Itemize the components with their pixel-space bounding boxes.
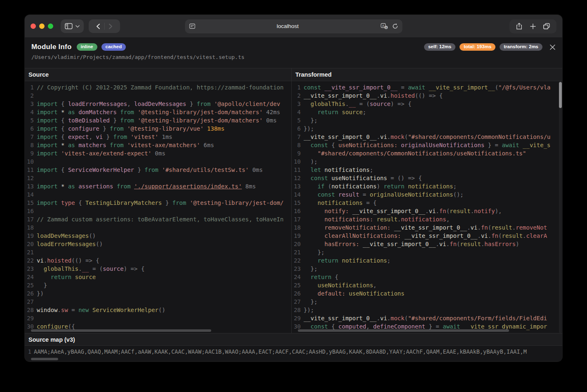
line-number: 3 — [25, 100, 34, 108]
line-number: 2 — [292, 92, 301, 100]
chevron-down-icon — [75, 25, 80, 28]
code-line: 21 }; — [292, 248, 562, 256]
line-number: 1 — [292, 83, 301, 92]
line-number: 15 — [292, 199, 301, 207]
code-line: 1const __vite_ssr_import_0__ = await __v… — [292, 83, 562, 92]
timing-badges: self: 12mstotal: 193mstransform: 2ms — [419, 43, 556, 51]
line-number: 9 — [292, 149, 301, 157]
transformed-panel: Transformed 1const __vite_ssr_import_0__… — [291, 68, 562, 333]
module-info-header: Module Info inlinecached self: 12mstotal… — [25, 38, 562, 68]
minimize-window-button[interactable] — [39, 23, 45, 29]
line-number: 24 — [292, 273, 301, 281]
new-tab-button[interactable] — [529, 23, 537, 30]
back-button[interactable] — [95, 23, 101, 30]
line-number: 14 — [292, 190, 301, 199]
code-line: 17// Zammad custom assertions: toBeAvata… — [25, 215, 291, 223]
line-number: 27 — [25, 298, 34, 306]
source-horizontal-scrollbar[interactable] — [31, 329, 211, 332]
reader-icon[interactable] — [189, 23, 195, 29]
code-panels: Source 1// Copyright (C) 2012-2025 Zamma… — [25, 68, 562, 333]
line-number: 24 — [25, 273, 34, 281]
line-number: 4 — [25, 108, 34, 116]
line-number: 8 — [25, 141, 34, 149]
code-line: 1// Copyright (C) 2012-2025 Zammad Found… — [25, 83, 291, 92]
code-line: 18 — [25, 223, 291, 232]
sourcemap-horizontal-scrollbar[interactable] — [31, 358, 58, 360]
code-line: 19 clearAllNotifications: __vite_ssr_imp… — [292, 232, 562, 240]
code-line: 24 return { — [292, 273, 562, 281]
line-number: 19 — [25, 232, 34, 240]
line-number: 19 — [292, 232, 301, 240]
svg-text:A: A — [382, 24, 384, 28]
nav-divider — [104, 23, 105, 30]
sidebar-icon — [65, 23, 73, 29]
transformed-horizontal-scrollbar[interactable] — [298, 329, 509, 332]
code-line: 11 let notifications; — [292, 166, 562, 174]
code-line: 8 const { useNotifications: originalUseN… — [292, 141, 562, 149]
code-line: 29__vite_ssr_import_0__.vi.mock("#shared… — [292, 314, 562, 322]
code-line: 16 notify: __vite_ssr_import_0__.vi.fn(r… — [292, 207, 562, 215]
code-line: 6import { configure } from '@testing-lib… — [25, 124, 291, 133]
code-line: 19loadDevMessages() — [25, 232, 291, 240]
line-number: 14 — [25, 190, 34, 199]
line-number: 1 — [25, 83, 34, 92]
zoom-window-button[interactable] — [48, 23, 53, 29]
page-title: Module Info — [31, 43, 72, 51]
module-file-path: /Users/vladimir/Projects/zammad/app/fron… — [31, 54, 556, 60]
code-line: 5 }; — [292, 116, 562, 124]
line-number: 18 — [292, 223, 301, 232]
line-number: 28 — [292, 306, 301, 314]
reload-icon[interactable] — [392, 23, 398, 29]
module-badges: inlinecached — [77, 43, 126, 51]
code-line: 18 removeNotification: __vite_ssr_import… — [292, 223, 562, 232]
line-number: 16 — [292, 207, 301, 215]
line-number: 13 — [25, 182, 34, 190]
line-number: 17 — [292, 215, 301, 223]
forward-button[interactable] — [108, 23, 113, 30]
code-line: 13import * as assertions from './support… — [25, 182, 291, 190]
transformed-vertical-scrollbar-track — [559, 81, 562, 333]
line-number: 28 — [25, 306, 34, 314]
module-link[interactable]: './support/assertions/index.ts' — [134, 183, 242, 190]
close-panel-button[interactable] — [549, 44, 556, 50]
translate-icon[interactable]: Aa — [380, 23, 388, 29]
source-panel: Source 1// Copyright (C) 2012-2025 Zamma… — [25, 68, 291, 333]
address-bar[interactable]: localhost Aa — [185, 19, 402, 33]
code-line: 4import * as domMatchers from '@testing-… — [25, 108, 291, 116]
line-number: 21 — [292, 248, 301, 256]
source-panel-title: Source — [25, 68, 291, 81]
code-line: 3import { loadErrorMessages, loadDevMess… — [25, 100, 291, 108]
code-line: 10 — [25, 157, 291, 166]
code-line: 26}) — [25, 289, 291, 298]
line-number: 29 — [25, 314, 34, 322]
code-line: 25 } — [25, 281, 291, 289]
line-number: 10 — [292, 157, 301, 166]
badge-total-time: total: 193ms — [460, 43, 495, 51]
sidebar-toggle-group[interactable] — [61, 19, 84, 33]
line-number: 3 — [292, 100, 301, 108]
transformed-code: 1const __vite_ssr_import_0__ = await __v… — [292, 81, 562, 333]
line-number: 17 — [25, 215, 34, 223]
code-line: 13 if (notifications) return notificatio… — [292, 182, 562, 190]
line-number: 11 — [292, 166, 301, 174]
transformed-vertical-scrollbar[interactable] — [559, 82, 562, 108]
line-number: 5 — [25, 116, 34, 124]
line-number: 6 — [25, 124, 34, 133]
line-number: 12 — [292, 174, 301, 182]
code-line: 1AAMA;AAeA,yBAAG,QAAQ,MAAM;AACf,aAAW,KAA… — [25, 347, 562, 356]
close-window-button[interactable] — [31, 23, 36, 29]
line-number: 20 — [292, 240, 301, 248]
code-line: 4 return source; — [292, 108, 562, 116]
line-number: 22 — [25, 256, 34, 265]
tab-overview-button[interactable] — [542, 22, 551, 30]
code-line: 7__vite_ssr_import_0__.vi.mock("#shared/… — [292, 133, 562, 141]
line-number: 5 — [292, 116, 301, 124]
badge-cached: cached — [101, 43, 126, 51]
sourcemap-panel: Source map (v3) 1AAMA;AAeA,yBAAG,QAAQ,MA… — [25, 333, 562, 361]
share-button[interactable] — [515, 22, 523, 31]
code-line: 2__vite_ssr_import_0__.vi.hoisted(() => … — [292, 92, 562, 100]
line-number: 7 — [292, 133, 301, 141]
line-number: 18 — [25, 223, 34, 232]
line-number: 20 — [25, 240, 34, 248]
code-line: 9 "#shared/components/CommonNotification… — [292, 149, 562, 157]
